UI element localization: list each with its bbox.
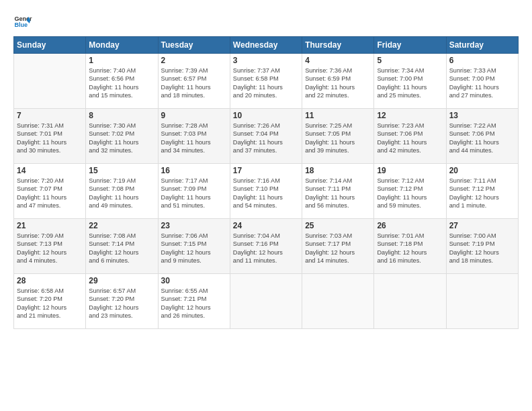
day-number: 7 bbox=[17, 111, 83, 120]
day-number: 29 bbox=[89, 276, 154, 285]
day-number: 23 bbox=[161, 221, 227, 230]
svg-text:Blue: Blue bbox=[14, 21, 28, 28]
day-info: Sunrise: 7:34 AMSunset: 7:00 PMDaylight:… bbox=[377, 66, 443, 100]
day-info: Sunrise: 7:06 AMSunset: 7:15 PMDaylight:… bbox=[161, 232, 227, 265]
day-info: Sunrise: 6:55 AMSunset: 7:21 PMDaylight:… bbox=[161, 287, 227, 320]
day-number: 20 bbox=[449, 166, 515, 175]
day-number: 15 bbox=[89, 166, 154, 175]
calendar-cell: 25Sunrise: 7:03 AMSunset: 7:17 PMDayligh… bbox=[302, 219, 374, 274]
calendar-cell: 20Sunrise: 7:11 AMSunset: 7:12 PMDayligh… bbox=[446, 164, 518, 219]
day-number: 28 bbox=[17, 276, 83, 285]
calendar-cell: 22Sunrise: 7:08 AMSunset: 7:14 PMDayligh… bbox=[86, 219, 158, 274]
calendar-cell: 11Sunrise: 7:25 AMSunset: 7:05 PMDayligh… bbox=[302, 109, 374, 164]
day-number: 21 bbox=[17, 221, 83, 230]
day-number: 4 bbox=[305, 56, 371, 65]
calendar-cell bbox=[14, 54, 86, 109]
calendar-week-row: 7Sunrise: 7:31 AMSunset: 7:01 PMDaylight… bbox=[14, 109, 519, 164]
day-info: Sunrise: 7:40 AMSunset: 6:56 PMDaylight:… bbox=[89, 66, 154, 100]
day-number: 8 bbox=[89, 111, 154, 120]
day-number: 6 bbox=[449, 56, 515, 65]
day-info: Sunrise: 7:04 AMSunset: 7:16 PMDaylight:… bbox=[233, 232, 299, 265]
weekday-header-row: SundayMondayTuesdayWednesdayThursdayFrid… bbox=[14, 37, 519, 54]
day-number: 3 bbox=[233, 56, 299, 65]
weekday-header-friday: Friday bbox=[374, 37, 446, 54]
calendar-cell bbox=[230, 274, 302, 329]
calendar-cell: 17Sunrise: 7:16 AMSunset: 7:10 PMDayligh… bbox=[230, 164, 302, 219]
day-info: Sunrise: 7:08 AMSunset: 7:14 PMDaylight:… bbox=[89, 232, 154, 265]
calendar-cell: 18Sunrise: 7:14 AMSunset: 7:11 PMDayligh… bbox=[302, 164, 374, 219]
day-info: Sunrise: 7:25 AMSunset: 7:05 PMDaylight:… bbox=[305, 122, 371, 155]
day-number: 26 bbox=[377, 221, 443, 230]
day-info: Sunrise: 7:01 AMSunset: 7:18 PMDaylight:… bbox=[377, 232, 443, 265]
calendar-cell: 8Sunrise: 7:30 AMSunset: 7:02 PMDaylight… bbox=[86, 109, 158, 164]
day-number: 2 bbox=[161, 56, 227, 65]
calendar-cell: 15Sunrise: 7:19 AMSunset: 7:08 PMDayligh… bbox=[86, 164, 158, 219]
day-number: 12 bbox=[377, 111, 443, 120]
logo: General Blue bbox=[13, 12, 32, 31]
day-info: Sunrise: 7:33 AMSunset: 7:00 PMDaylight:… bbox=[449, 66, 515, 100]
calendar-cell: 27Sunrise: 7:00 AMSunset: 7:19 PMDayligh… bbox=[446, 219, 518, 274]
day-number: 16 bbox=[161, 166, 227, 175]
weekday-header-saturday: Saturday bbox=[446, 37, 518, 54]
day-info: Sunrise: 7:26 AMSunset: 7:04 PMDaylight:… bbox=[233, 122, 299, 155]
calendar-week-row: 21Sunrise: 7:09 AMSunset: 7:13 PMDayligh… bbox=[14, 219, 519, 274]
day-info: Sunrise: 7:11 AMSunset: 7:12 PMDaylight:… bbox=[449, 177, 515, 210]
calendar-cell: 1Sunrise: 7:40 AMSunset: 6:56 PMDaylight… bbox=[86, 54, 158, 109]
calendar-cell bbox=[302, 274, 374, 329]
calendar-cell: 12Sunrise: 7:23 AMSunset: 7:06 PMDayligh… bbox=[374, 109, 446, 164]
weekday-header-monday: Monday bbox=[86, 37, 158, 54]
day-number: 24 bbox=[233, 221, 299, 230]
logo-icon: General Blue bbox=[13, 12, 32, 31]
day-info: Sunrise: 6:58 AMSunset: 7:20 PMDaylight:… bbox=[17, 287, 83, 320]
calendar-cell: 5Sunrise: 7:34 AMSunset: 7:00 PMDaylight… bbox=[374, 54, 446, 109]
calendar-cell: 30Sunrise: 6:55 AMSunset: 7:21 PMDayligh… bbox=[158, 274, 230, 329]
day-info: Sunrise: 7:09 AMSunset: 7:13 PMDaylight:… bbox=[17, 232, 83, 265]
calendar-cell: 26Sunrise: 7:01 AMSunset: 7:18 PMDayligh… bbox=[374, 219, 446, 274]
day-number: 1 bbox=[89, 56, 154, 65]
calendar-cell: 24Sunrise: 7:04 AMSunset: 7:16 PMDayligh… bbox=[230, 219, 302, 274]
day-number: 25 bbox=[305, 221, 371, 230]
calendar-cell: 28Sunrise: 6:58 AMSunset: 7:20 PMDayligh… bbox=[14, 274, 86, 329]
calendar-cell: 3Sunrise: 7:37 AMSunset: 6:58 PMDaylight… bbox=[230, 54, 302, 109]
day-info: Sunrise: 7:39 AMSunset: 6:57 PMDaylight:… bbox=[161, 66, 227, 100]
day-info: Sunrise: 6:57 AMSunset: 7:20 PMDaylight:… bbox=[89, 287, 154, 320]
day-info: Sunrise: 7:28 AMSunset: 7:03 PMDaylight:… bbox=[161, 122, 227, 155]
calendar-table: SundayMondayTuesdayWednesdayThursdayFrid… bbox=[13, 36, 519, 329]
calendar-cell: 9Sunrise: 7:28 AMSunset: 7:03 PMDaylight… bbox=[158, 109, 230, 164]
calendar-cell: 4Sunrise: 7:36 AMSunset: 6:59 PMDaylight… bbox=[302, 54, 374, 109]
day-info: Sunrise: 7:12 AMSunset: 7:12 PMDaylight:… bbox=[377, 177, 443, 210]
day-number: 17 bbox=[233, 166, 299, 175]
day-info: Sunrise: 7:16 AMSunset: 7:10 PMDaylight:… bbox=[233, 177, 299, 210]
calendar-week-row: 14Sunrise: 7:20 AMSunset: 7:07 PMDayligh… bbox=[14, 164, 519, 219]
day-info: Sunrise: 7:36 AMSunset: 6:59 PMDaylight:… bbox=[305, 66, 371, 100]
calendar-cell: 14Sunrise: 7:20 AMSunset: 7:07 PMDayligh… bbox=[14, 164, 86, 219]
calendar-cell: 13Sunrise: 7:22 AMSunset: 7:06 PMDayligh… bbox=[446, 109, 518, 164]
calendar-cell: 23Sunrise: 7:06 AMSunset: 7:15 PMDayligh… bbox=[158, 219, 230, 274]
calendar-cell bbox=[374, 274, 446, 329]
day-number: 10 bbox=[233, 111, 299, 120]
day-info: Sunrise: 7:03 AMSunset: 7:17 PMDaylight:… bbox=[305, 232, 371, 265]
calendar-cell: 21Sunrise: 7:09 AMSunset: 7:13 PMDayligh… bbox=[14, 219, 86, 274]
day-info: Sunrise: 7:17 AMSunset: 7:09 PMDaylight:… bbox=[161, 177, 227, 210]
day-info: Sunrise: 7:19 AMSunset: 7:08 PMDaylight:… bbox=[89, 177, 154, 210]
day-number: 22 bbox=[89, 221, 154, 230]
calendar-week-row: 1Sunrise: 7:40 AMSunset: 6:56 PMDaylight… bbox=[14, 54, 519, 109]
day-number: 9 bbox=[161, 111, 227, 120]
weekday-header-thursday: Thursday bbox=[302, 37, 374, 54]
day-info: Sunrise: 7:23 AMSunset: 7:06 PMDaylight:… bbox=[377, 122, 443, 155]
day-info: Sunrise: 7:30 AMSunset: 7:02 PMDaylight:… bbox=[89, 122, 154, 155]
day-number: 14 bbox=[17, 166, 83, 175]
weekday-header-sunday: Sunday bbox=[14, 37, 86, 54]
day-number: 11 bbox=[305, 111, 371, 120]
calendar-cell: 6Sunrise: 7:33 AMSunset: 7:00 PMDaylight… bbox=[446, 54, 518, 109]
calendar-cell bbox=[446, 274, 518, 329]
calendar-cell: 19Sunrise: 7:12 AMSunset: 7:12 PMDayligh… bbox=[374, 164, 446, 219]
day-number: 27 bbox=[449, 221, 515, 230]
day-info: Sunrise: 7:14 AMSunset: 7:11 PMDaylight:… bbox=[305, 177, 371, 210]
day-info: Sunrise: 7:20 AMSunset: 7:07 PMDaylight:… bbox=[17, 177, 83, 210]
day-info: Sunrise: 7:37 AMSunset: 6:58 PMDaylight:… bbox=[233, 66, 299, 100]
calendar-cell: 10Sunrise: 7:26 AMSunset: 7:04 PMDayligh… bbox=[230, 109, 302, 164]
calendar-cell: 16Sunrise: 7:17 AMSunset: 7:09 PMDayligh… bbox=[158, 164, 230, 219]
day-number: 5 bbox=[377, 56, 443, 65]
calendar-page: General Blue SundayMondayTuesdayWednesda… bbox=[0, 0, 532, 411]
